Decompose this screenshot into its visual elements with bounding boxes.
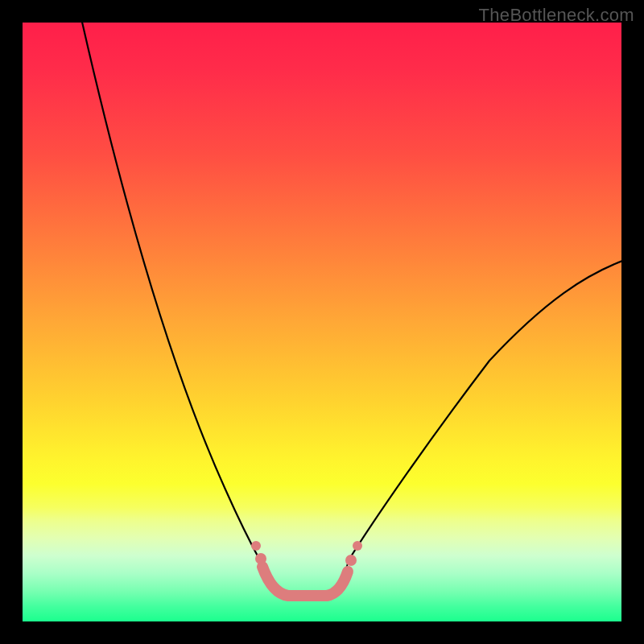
curve-left-branch (81, 23, 261, 562)
curve-right-branch (349, 260, 621, 560)
flat-segment (251, 541, 362, 596)
svg-point-1 (353, 541, 362, 551)
chart-frame: TheBottleneck.com (0, 0, 644, 644)
watermark-text: TheBottleneck.com (479, 5, 634, 26)
svg-point-0 (345, 555, 357, 566)
plot-area (23, 23, 621, 621)
svg-point-3 (251, 541, 261, 551)
bottleneck-curve (23, 23, 621, 621)
svg-point-2 (255, 553, 266, 564)
